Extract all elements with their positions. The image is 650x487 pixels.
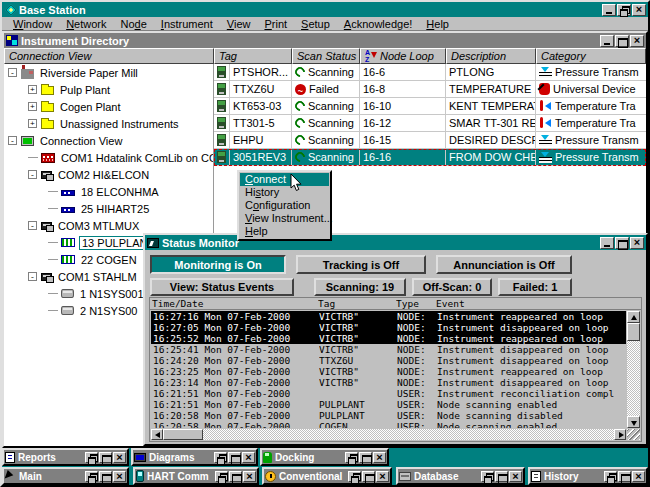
instrument-row-3051rev3[interactable]: 3051REV3Scanning16-16FROM DOW CHE...Pres…: [214, 149, 646, 166]
minimized-titlebar[interactable]: Reports: [4, 450, 127, 464]
close-button[interactable]: [632, 4, 646, 16]
close-button[interactable]: [373, 452, 386, 463]
tree-item-pulp-plant[interactable]: +Pulp Plant: [4, 81, 213, 98]
column-header-description[interactable]: Description: [446, 48, 536, 64]
menu-item-help[interactable]: Help: [419, 18, 456, 30]
tree-item-label[interactable]: Riverside Paper Mill: [38, 67, 140, 79]
context-menu-item-history[interactable]: History: [240, 186, 329, 199]
tree-item-unassigned-instruments[interactable]: +Unassigned Instruments: [4, 115, 213, 132]
maximize-button[interactable]: [228, 452, 241, 463]
context-menu-item-connect[interactable]: Connect: [240, 173, 329, 186]
scroll-down-button[interactable]: [627, 416, 640, 428]
toggle-tracking-is-off[interactable]: Tracking is Off: [296, 255, 426, 274]
instrument-row-ehpu[interactable]: EHPUScanning16-15DESIRED DESCR...Pressur…: [214, 132, 646, 149]
close-button[interactable]: [509, 471, 522, 482]
tree-item-label[interactable]: Unassigned Instruments: [58, 118, 181, 130]
minimize-button[interactable]: [600, 237, 614, 249]
menu-item-setup[interactable]: Setup: [294, 18, 337, 30]
tree-item-label[interactable]: Pulp Plant: [58, 84, 112, 96]
tree-item-com2-hi-elcon[interactable]: -COM2 HI&ELCON: [4, 166, 213, 183]
tree-item-25-hihart25[interactable]: 25 HIHART25: [4, 200, 213, 217]
toggle-annunciation-is-off[interactable]: Annunciation is Off: [436, 255, 572, 274]
log-row[interactable]: 16:20:58 Mon 07-Feb-2000COGENUSER:Node s…: [151, 421, 626, 428]
minimized-titlebar[interactable]: Main: [4, 469, 127, 483]
instrument-row-kt653-03[interactable]: KT653-03Scanning16-10KENT TEMPERAT...Tem…: [214, 98, 646, 115]
minimized-window-history[interactable]: History: [528, 467, 648, 485]
expand-icon[interactable]: +: [28, 102, 37, 111]
expand-icon[interactable]: +: [28, 119, 37, 128]
tree-item-connection-view[interactable]: -Connection View: [4, 132, 213, 149]
column-header-tag[interactable]: Tag: [214, 48, 292, 64]
minimized-window-hart-comm[interactable]: HART Comm: [133, 467, 259, 485]
restore-button[interactable]: [604, 471, 617, 482]
menu-item-window[interactable]: Window: [6, 18, 59, 30]
tree-item-label[interactable]: 18 ELCONHMA: [79, 186, 161, 198]
close-button[interactable]: [113, 452, 126, 463]
tree-item-18-elconhma[interactable]: 18 ELCONHMA: [4, 183, 213, 200]
horizontal-scroll-thumb[interactable]: [163, 429, 203, 440]
restore-button[interactable]: [617, 4, 631, 16]
menu-item-print[interactable]: Print: [257, 18, 294, 30]
restore-button[interactable]: [214, 452, 227, 463]
maximize-button[interactable]: [99, 452, 112, 463]
menu-item-instrument[interactable]: Instrument: [154, 18, 220, 30]
tree-item-label[interactable]: Cogen Plant: [58, 101, 123, 113]
tree-item-label[interactable]: 13 PULPLAN: [79, 236, 150, 250]
minimized-titlebar[interactable]: History: [530, 469, 646, 483]
tree-item-cogen-plant[interactable]: +Cogen Plant: [4, 98, 213, 115]
log-row[interactable]: 16:27:16 Mon 07-Feb-2000VICTRB"NODE:Inst…: [151, 311, 626, 322]
minimized-titlebar[interactable]: Conventional: [264, 469, 390, 483]
tree-item-label[interactable]: 25 HIHART25: [79, 203, 151, 215]
log-row[interactable]: 16:24:20 Mon 07-Feb-2000TTXZ6UNODE:Instr…: [151, 355, 626, 366]
minimized-titlebar[interactable]: Diagrams: [133, 450, 256, 464]
maximize-button[interactable]: [229, 471, 242, 482]
context-menu-item-view-instrument[interactable]: View Instrument...: [240, 212, 329, 225]
maximize-button[interactable]: [99, 471, 112, 482]
log-row[interactable]: 16:27:05 Mon 07-Feb-2000VICTRB"NODE:Inst…: [151, 322, 626, 333]
maximize-button[interactable]: [615, 35, 629, 47]
log-row[interactable]: 16:25:52 Mon 07-Feb-2000VICTRB"NODE:Inst…: [151, 333, 626, 344]
tree-item-label[interactable]: COM3 MTLMUX: [56, 220, 141, 232]
instrument-row-tt301-5[interactable]: TT301-5Scanning16-12SMAR TT-301 RE...Tem…: [214, 115, 646, 132]
tree-header[interactable]: Connection View: [4, 48, 214, 64]
restore-button[interactable]: [345, 452, 358, 463]
tree-item-label[interactable]: COM1 STAHLM: [56, 271, 139, 283]
minimize-button[interactable]: [600, 35, 614, 47]
minimized-titlebar[interactable]: HART Comm: [135, 469, 257, 483]
tree-item-label[interactable]: 2 N1SYS00: [78, 305, 139, 317]
tree-item-com3-mtlmux[interactable]: -COM3 MTLMUX: [4, 217, 213, 234]
close-button[interactable]: [376, 471, 389, 482]
resize-grip[interactable]: [627, 429, 640, 440]
tree-item-label[interactable]: Connection View: [38, 135, 124, 147]
log-row[interactable]: 16:25:41 Mon 07-Feb-2000VICTRB"NODE:Inst…: [151, 344, 626, 355]
maximize-button[interactable]: [615, 237, 629, 249]
collapse-icon[interactable]: -: [28, 170, 37, 179]
context-menu-item-configuration[interactable]: Configuration: [240, 199, 329, 212]
minimized-titlebar[interactable]: Docking: [262, 450, 387, 464]
instrument-directory-titlebar[interactable]: Instrument Directory: [4, 33, 646, 48]
close-button[interactable]: [242, 452, 255, 463]
scroll-left-button[interactable]: [151, 429, 163, 440]
restore-button[interactable]: [481, 471, 494, 482]
close-button[interactable]: [630, 35, 644, 47]
tree-item-label[interactable]: 22 COGEN: [79, 254, 139, 266]
column-header-node-loop[interactable]: Node Loop: [360, 48, 446, 64]
log-vertical-scrollbar[interactable]: [627, 311, 640, 428]
restore-button[interactable]: [348, 471, 361, 482]
menu-item-network[interactable]: Network: [59, 18, 113, 30]
minimized-titlebar[interactable]: Database: [398, 469, 523, 483]
close-button[interactable]: [632, 471, 645, 482]
log-row[interactable]: 16:23:25 Mon 07-Feb-2000VICTRB"NODE:Inst…: [151, 366, 626, 377]
log-row[interactable]: 16:21:51 Mon 07-Feb-2000PULPLANTUSER:Nod…: [151, 399, 626, 410]
tree-item-com1-hdatalink-comlib-on-co[interactable]: COM1 Hdatalink ComLib on CO: [4, 149, 213, 166]
maximize-button[interactable]: [495, 471, 508, 482]
collapse-icon[interactable]: -: [28, 221, 37, 230]
log-horizontal-scrollbar[interactable]: [151, 429, 626, 440]
collapse-icon[interactable]: -: [8, 136, 17, 145]
main-titlebar[interactable]: Base Station: [2, 2, 648, 17]
menu-item-acknowledge[interactable]: Acknowledge!: [337, 18, 420, 30]
column-header-scan-status[interactable]: Scan Status: [292, 48, 360, 64]
close-button[interactable]: [243, 471, 256, 482]
column-header-category[interactable]: Category: [536, 48, 646, 64]
minimized-window-conventional[interactable]: Conventional: [262, 467, 392, 485]
